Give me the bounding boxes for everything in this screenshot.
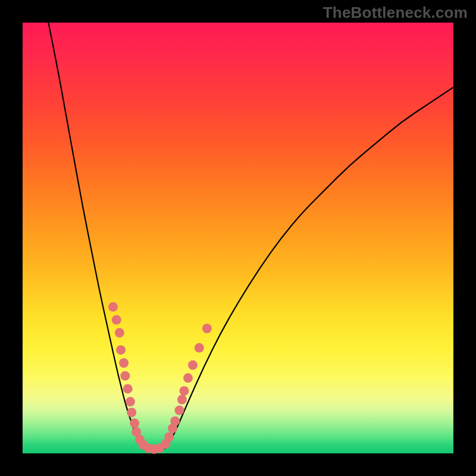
sample-dot (202, 324, 212, 333)
sample-dot (115, 328, 124, 337)
sample-dot (120, 371, 130, 381)
sample-dot (126, 397, 135, 406)
chart-frame: TheBottleneck.com (0, 0, 476, 476)
sample-dot (177, 395, 187, 405)
sample-dot (195, 343, 204, 353)
bottleneck-curve (48, 23, 453, 450)
sample-dot (130, 418, 139, 428)
sample-dot (116, 345, 126, 355)
sample-dot (123, 384, 133, 393)
sample-dot (183, 373, 193, 383)
sample-dot (175, 406, 184, 415)
sample-dot (108, 302, 118, 312)
sample-dot (127, 408, 136, 417)
sample-dot (119, 358, 129, 368)
sample-dot (188, 361, 198, 370)
plot-area (23, 23, 453, 453)
sample-dot (180, 386, 189, 396)
curve-layer (23, 23, 453, 453)
sample-dot (164, 433, 174, 442)
sample-dots (108, 302, 212, 454)
sample-dot (112, 315, 121, 325)
watermark-text: TheBottleneck.com (323, 4, 468, 22)
sample-dot (170, 416, 180, 426)
